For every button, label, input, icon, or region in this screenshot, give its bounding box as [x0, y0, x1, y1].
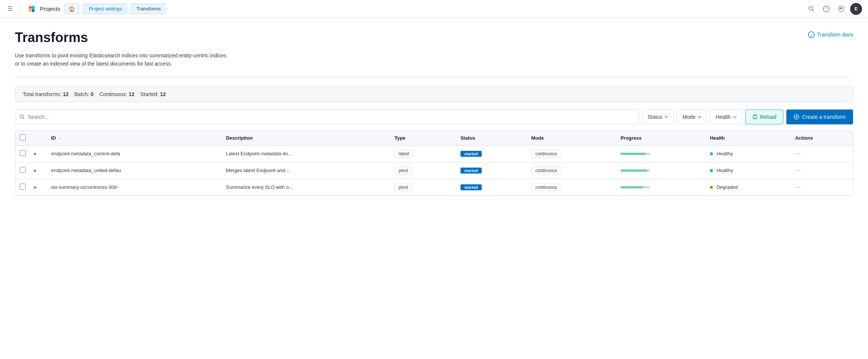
row-progress-0 [614, 145, 704, 162]
health-dot-0 [710, 152, 713, 155]
create-transform-button[interactable]: Create a transform [786, 109, 853, 124]
health-filter-button[interactable]: Health [710, 109, 742, 124]
row-checkbox-cell-0 [15, 145, 30, 162]
health-column-header: Health [704, 131, 789, 146]
page-description-line2: or to create an indexed view of the late… [15, 60, 226, 68]
svg-point-1 [29, 6, 32, 9]
svg-line-14 [23, 118, 24, 119]
stats-bar: Total transforms: 12 Batch: 0 Continuous… [15, 86, 853, 102]
type-badge-0: latest [394, 150, 413, 158]
svg-rect-9 [840, 7, 842, 9]
row-health-1: Healthy [704, 162, 789, 179]
row-mode-0: continuous [525, 145, 615, 162]
search-button[interactable] [805, 3, 817, 15]
table-row: ► slo-summary-occurrences-30d- Summarize… [15, 179, 853, 196]
actions-menu-2[interactable]: ⋯ [795, 184, 802, 190]
breadcrumb-home[interactable]: 🏠 [65, 4, 79, 14]
status-filter-button[interactable]: Status [642, 109, 674, 124]
main-content: Transforms Use transforms to pivot exist… [0, 18, 868, 208]
app-logo[interactable]: Projects [26, 4, 60, 14]
health-chevron-icon [733, 116, 737, 118]
row-progress-1 [614, 162, 704, 179]
health-dot-2 [710, 186, 713, 189]
search-input[interactable] [28, 114, 634, 120]
svg-text:?: ? [825, 7, 827, 11]
status-chevron-icon [664, 116, 668, 118]
row-id-0: endpoint.metadata_current-defa [45, 145, 220, 162]
id-column-header[interactable]: ID ↑ [45, 131, 220, 146]
row-checkbox-0[interactable] [20, 150, 26, 156]
mode-badge-2: continuous [531, 184, 561, 191]
help-button[interactable]: ? [820, 3, 832, 15]
actions-menu-1[interactable]: ⋯ [795, 167, 802, 174]
svg-point-4 [32, 9, 35, 12]
nav-divider [20, 4, 21, 14]
transform-docs-link[interactable]: i Transform docs [808, 31, 853, 38]
shield-button[interactable] [835, 3, 847, 15]
svg-marker-15 [756, 114, 757, 116]
type-badge-2: pivot [394, 184, 412, 191]
svg-point-5 [809, 6, 813, 10]
docs-icon: i [808, 31, 815, 38]
breadcrumb: 🏠 Project settings Transforms [65, 4, 166, 14]
mode-filter-button[interactable]: Mode [677, 109, 707, 124]
progress-bar-container-1 [620, 169, 650, 172]
row-checkbox-1[interactable] [20, 167, 26, 173]
section-divider [15, 77, 853, 77]
row-id-2: slo-summary-occurrences-30d- [45, 179, 220, 196]
shield-icon [838, 6, 845, 12]
row-checkbox-cell-2 [15, 179, 30, 196]
mode-badge-0: continuous [531, 150, 561, 158]
kibana-logo-icon [26, 4, 37, 14]
status-badge-0: started [460, 151, 482, 157]
expand-chevron-0[interactable]: ► [33, 151, 38, 156]
menu-icon[interactable]: ☰ [6, 4, 14, 14]
svg-rect-10 [842, 7, 843, 9]
create-icon [794, 114, 799, 120]
svg-point-2 [32, 6, 35, 9]
health-dot-1 [710, 169, 713, 172]
user-avatar[interactable]: E [850, 3, 862, 15]
search-box-icon [20, 114, 25, 120]
expand-chevron-1[interactable]: ► [33, 168, 38, 173]
help-icon: ? [823, 6, 830, 12]
progress-bar-fill-0 [620, 153, 646, 155]
select-all-checkbox[interactable] [20, 134, 26, 140]
row-description-1: Merges latest Endpoint and ... [220, 162, 389, 179]
row-mode-2: continuous [525, 179, 615, 196]
docs-link-label: Transform docs [817, 32, 853, 38]
expand-chevron-2[interactable]: ► [33, 185, 38, 190]
reload-icon [752, 114, 758, 120]
reload-button[interactable]: Reload [745, 109, 783, 124]
page-description-line1: Use transforms to pivot existing Elastic… [15, 51, 226, 60]
search-icon [808, 6, 814, 12]
actions-column-header: Actions [789, 131, 853, 146]
row-type-2: pivot [389, 179, 455, 196]
progress-bar-container-2 [620, 186, 650, 188]
page-title: Transforms [15, 30, 226, 45]
actions-menu-0[interactable]: ⋯ [795, 150, 802, 157]
progress-bar-fill-1 [620, 169, 647, 172]
row-actions-2: ⋯ [789, 179, 853, 196]
svg-point-3 [29, 9, 32, 12]
description-column-header: Description [220, 131, 389, 146]
expand-column [30, 131, 45, 146]
row-actions-1: ⋯ [789, 162, 853, 179]
breadcrumb-project-settings[interactable]: Project settings [82, 4, 127, 14]
row-checkbox-2[interactable] [20, 184, 26, 190]
top-navigation: ☰ Projects 🏠 Project settings Transforms [0, 0, 868, 18]
row-expand-cell-0: ► [30, 145, 45, 162]
row-actions-0: ⋯ [789, 145, 853, 162]
health-filter-label: Health [716, 114, 730, 120]
status-column-header: Status [455, 131, 525, 146]
row-health-0: Healthy [704, 145, 789, 162]
search-box[interactable] [15, 109, 639, 124]
row-status-0: started [455, 145, 525, 162]
row-checkbox-cell-1 [15, 162, 30, 179]
row-mode-1: continuous [525, 162, 615, 179]
mode-badge-1: continuous [531, 167, 561, 174]
breadcrumb-transforms[interactable]: Transforms [130, 4, 166, 14]
row-type-1: pivot [389, 162, 455, 179]
health-label-0: Healthy [717, 151, 733, 156]
table-row: ► endpoint.metadata_united-defau Merges … [15, 162, 853, 179]
